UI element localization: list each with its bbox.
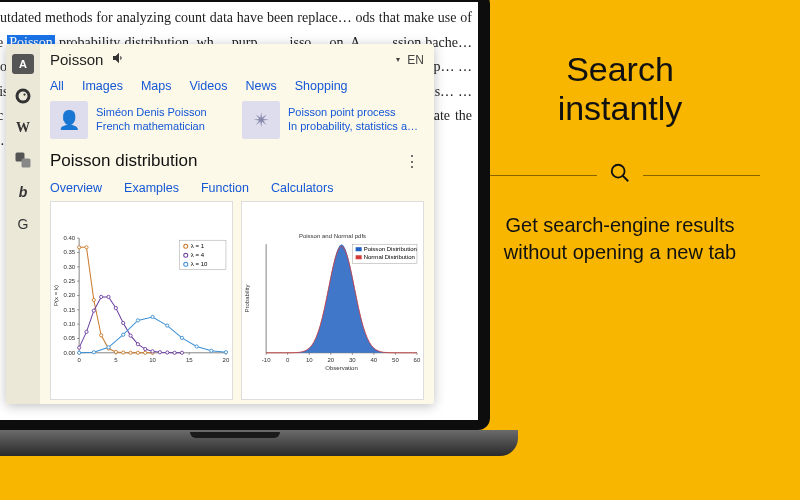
subtab-function[interactable]: Function: [201, 181, 249, 195]
svg-point-47: [144, 351, 147, 354]
svg-text:0.25: 0.25: [63, 278, 75, 284]
svg-text:Poisson and Normal pdfs: Poisson and Normal pdfs: [299, 233, 366, 239]
svg-text:10: 10: [149, 357, 156, 363]
svg-point-46: [136, 351, 139, 354]
knowledge-card[interactable]: 👤 Siméon Denis Poisson French mathematic…: [50, 101, 232, 139]
svg-point-69: [151, 315, 154, 318]
svg-text:Probability: Probability: [244, 284, 250, 312]
svg-point-41: [100, 334, 103, 337]
svg-point-73: [210, 349, 213, 352]
promo-title: Searchinstantly: [480, 50, 760, 128]
svg-point-52: [100, 295, 103, 298]
svg-text:λ = 10: λ = 10: [191, 261, 208, 267]
tab-all[interactable]: All: [50, 79, 64, 93]
svg-point-80: [184, 262, 188, 266]
svg-line-1: [623, 176, 629, 182]
chart-pdf: Poisson and Normal pdfs-100102030405060O…: [241, 201, 424, 400]
svg-point-62: [173, 351, 176, 354]
knowledge-subtitle: French mathematician: [96, 120, 207, 134]
popup-query: Poisson: [50, 51, 103, 68]
svg-text:λ = 4: λ = 4: [191, 252, 205, 258]
svg-text:0.40: 0.40: [63, 235, 75, 241]
svg-point-56: [129, 334, 132, 337]
svg-text:Poisson Distribution: Poisson Distribution: [364, 246, 417, 252]
svg-point-78: [184, 253, 188, 257]
svg-text:15: 15: [186, 357, 193, 363]
svg-text:0.15: 0.15: [63, 307, 75, 313]
svg-point-71: [180, 336, 183, 339]
engine-generic-icon[interactable]: A: [12, 54, 34, 74]
subtab-overview[interactable]: Overview: [50, 181, 102, 195]
svg-point-39: [85, 246, 88, 249]
divider: [643, 175, 760, 176]
svg-point-45: [129, 351, 132, 354]
svg-text:Normal Distribution: Normal Distribution: [364, 254, 415, 260]
knowledge-subtitle: In probability, statistics a…: [288, 120, 418, 134]
svg-point-50: [85, 330, 88, 333]
tab-shopping[interactable]: Shopping: [295, 79, 348, 93]
tab-videos[interactable]: Videos: [189, 79, 227, 93]
laptop-mockup: …utdated methods for analyzing count dat…: [0, 0, 490, 462]
svg-text:20: 20: [327, 357, 334, 363]
svg-text:0: 0: [286, 357, 290, 363]
tab-images[interactable]: Images: [82, 79, 123, 93]
svg-point-4: [23, 93, 25, 95]
svg-text:0.30: 0.30: [63, 264, 75, 270]
search-tabs: All Images Maps Videos News Shopping: [50, 69, 424, 101]
svg-text:50: 50: [392, 357, 399, 363]
chart-pmf: 0.000.050.100.150.200.250.300.350.400510…: [50, 201, 233, 400]
svg-point-74: [224, 351, 227, 354]
divider: [480, 175, 597, 176]
svg-point-66: [107, 346, 110, 349]
pronounce-icon[interactable]: [111, 50, 127, 69]
svg-point-65: [92, 351, 95, 354]
engine-sidebar: A W b G: [6, 44, 40, 404]
svg-text:0.05: 0.05: [63, 335, 75, 341]
engine-bing-icon[interactable]: b: [13, 182, 33, 202]
engine-duckduckgo-icon[interactable]: [13, 86, 33, 106]
svg-point-64: [78, 351, 81, 354]
engine-wikipedia-icon[interactable]: W: [13, 118, 33, 138]
svg-rect-104: [356, 247, 362, 251]
more-menu-icon[interactable]: ⋮: [400, 152, 424, 171]
svg-text:0.00: 0.00: [63, 350, 75, 356]
promo-subtitle: Get search-engine results without openin…: [480, 212, 760, 266]
section-subtabs: Overview Examples Function Calculators: [50, 171, 424, 201]
engine-google-translate-icon[interactable]: [13, 150, 33, 170]
tab-maps[interactable]: Maps: [141, 79, 172, 93]
svg-point-49: [78, 346, 81, 349]
subtab-calculators[interactable]: Calculators: [271, 181, 334, 195]
svg-point-43: [114, 350, 117, 353]
svg-text:-10: -10: [262, 357, 271, 363]
svg-point-76: [184, 244, 188, 248]
svg-text:0: 0: [77, 357, 81, 363]
svg-point-61: [166, 351, 169, 354]
section-title: Poisson distribution: [50, 151, 197, 171]
svg-text:40: 40: [371, 357, 378, 363]
svg-rect-6: [22, 159, 31, 168]
svg-text:20: 20: [223, 357, 230, 363]
tab-news[interactable]: News: [245, 79, 276, 93]
svg-text:P(x = k): P(x = k): [53, 285, 59, 306]
search-icon: [609, 162, 631, 188]
svg-point-38: [78, 246, 81, 249]
svg-point-55: [122, 321, 125, 324]
knowledge-thumbnail: 👤: [50, 101, 88, 139]
knowledge-card[interactable]: ✴ Poisson point process In probability, …: [242, 101, 424, 139]
knowledge-title: Poisson point process: [288, 106, 418, 120]
subtab-examples[interactable]: Examples: [124, 181, 179, 195]
svg-point-54: [114, 306, 117, 309]
svg-point-68: [136, 319, 139, 322]
svg-text:λ = 1: λ = 1: [191, 243, 205, 249]
svg-point-58: [144, 347, 147, 350]
svg-point-3: [19, 92, 28, 101]
svg-text:0.10: 0.10: [63, 321, 75, 327]
svg-text:10: 10: [306, 357, 313, 363]
svg-point-40: [92, 298, 95, 301]
svg-point-53: [107, 295, 110, 298]
svg-point-72: [195, 345, 198, 348]
language-selector[interactable]: ▾ EN: [396, 53, 424, 67]
svg-rect-106: [356, 255, 362, 259]
engine-google-icon[interactable]: G: [13, 214, 33, 234]
svg-text:Observation: Observation: [325, 365, 357, 371]
